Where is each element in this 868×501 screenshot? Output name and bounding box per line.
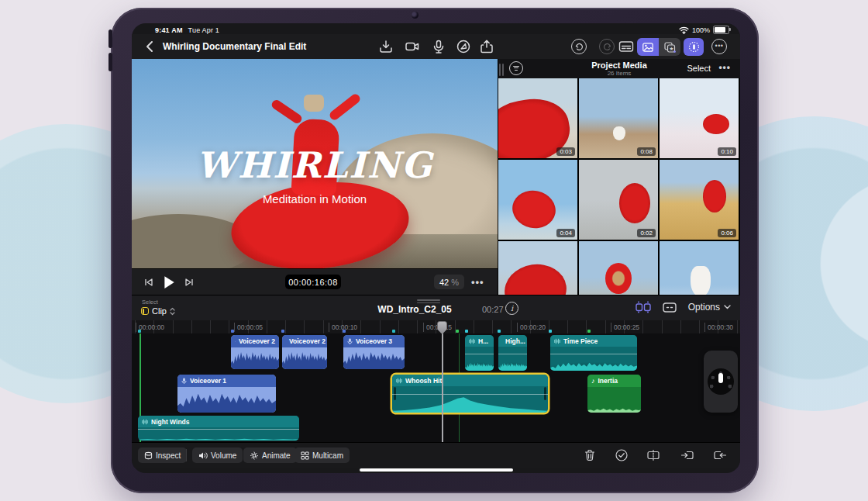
inspect-button[interactable]: Inspect (138, 447, 187, 463)
multicam-label: Multicam (312, 451, 343, 460)
microphone-icon[interactable] (431, 39, 446, 54)
action-bar-divider (186, 449, 187, 461)
split-clip-button[interactable] (646, 448, 660, 462)
mic-icon (347, 338, 353, 345)
waveform-icon (396, 378, 402, 384)
overwrite-clip-button[interactable] (713, 448, 727, 462)
pen-tool-icon[interactable] (456, 39, 471, 54)
undo-button[interactable] (571, 39, 587, 54)
timeline-clip-highlight2[interactable]: High... (498, 335, 527, 371)
app-screen: 9:41 AMTue Apr 1 100% Whirling Documenta… (132, 23, 740, 473)
timeline-clip-highlight1[interactable]: H... (465, 335, 494, 371)
multicam-button[interactable]: Multicam (294, 447, 350, 463)
magnetic-timeline-icon[interactable] (636, 301, 651, 313)
timeline-clip-night-winds[interactable]: Night Winds (138, 416, 299, 441)
trim-handle-left[interactable] (394, 387, 396, 401)
clip-tool-icon (141, 307, 149, 315)
animate-button[interactable]: Animate (243, 447, 297, 463)
clip-start-marker (392, 330, 395, 333)
project-title: Whirling Documentary Final Edit (163, 41, 306, 52)
media-thumbnail[interactable] (498, 241, 577, 295)
up-down-chevrons-icon (170, 307, 175, 316)
viewer-overlay-title: WHIRLING (132, 144, 498, 186)
music-note-icon: ♪ (591, 378, 595, 384)
clip-label: Voiceover 3 (356, 337, 392, 345)
battery-percent: 100% (692, 26, 710, 34)
skip-back-icon[interactable] (144, 278, 153, 287)
wifi-icon (679, 26, 689, 34)
timeline-clip-time-piece[interactable]: Time Piece (550, 335, 637, 371)
timeline-clip-voiceover1[interactable]: Voiceover 1 (177, 375, 276, 413)
timeline-ruler[interactable]: 00:00:00 00:00:05 00:00:10 00:00:15 00:0… (132, 320, 740, 334)
import-media-icon[interactable] (378, 39, 394, 54)
jog-wheel[interactable] (704, 351, 738, 413)
playhead-line[interactable] (442, 322, 443, 442)
media-thumbnail[interactable] (660, 241, 739, 295)
media-thumbnail[interactable]: 0:02 (579, 160, 658, 240)
share-icon[interactable] (479, 39, 494, 54)
media-thumbnail[interactable] (579, 241, 658, 295)
media-thumbnail[interactable]: 0:10 (660, 78, 739, 158)
media-panel-header: Project Media 26 Items Select ••• (498, 59, 740, 78)
ruler-tick-label: 00:00:05 (234, 323, 263, 332)
approve-button[interactable] (615, 448, 629, 462)
volume-button[interactable]: Volume (192, 447, 243, 463)
timeline-clip-whoosh-hit-selected[interactable]: Whoosh Hit (392, 375, 548, 413)
insert-clip-button[interactable] (680, 448, 694, 462)
zoom-level-control[interactable]: 42 % (434, 275, 464, 289)
delete-button[interactable] (583, 448, 597, 462)
timeline-clip-inertia[interactable]: ♪Inertia (587, 375, 641, 413)
redo-icon (603, 43, 611, 51)
clip-start-marker (343, 330, 346, 333)
clip-tool-selector[interactable]: Clip (141, 306, 175, 316)
clip-info-button[interactable]: i (505, 302, 518, 315)
ruler-tick-label: 00:00:30 (704, 323, 733, 332)
jog-dial[interactable] (708, 368, 734, 395)
media-thumbnail[interactable]: 0:03 (498, 78, 577, 158)
video-viewer[interactable]: WHIRLING Meditation in Motion (132, 59, 498, 268)
redo-button[interactable] (599, 39, 615, 54)
viewer-more-button[interactable]: ••• (471, 276, 484, 288)
select-button[interactable]: Select (687, 64, 711, 73)
mode-label: Select (142, 299, 158, 306)
timeline-clip-voiceover2a[interactable]: Voiceover 2 (231, 335, 279, 369)
titles-icon[interactable] (618, 39, 634, 54)
trim-handle-right[interactable] (544, 387, 546, 401)
ipad-device-frame: 9:41 AMTue Apr 1 100% Whirling Documenta… (111, 8, 759, 493)
skip-forward-icon[interactable] (184, 278, 194, 287)
camera-record-icon[interactable] (405, 39, 420, 54)
viewer-dancer-arm-right (328, 92, 362, 122)
ruler-tick-label: 00:00:25 (611, 323, 639, 332)
clip-duration-badge: 0:08 (637, 147, 656, 156)
options-button[interactable]: Options (688, 302, 731, 313)
connect-clip-icon[interactable] (662, 301, 677, 313)
home-indicator[interactable] (360, 468, 513, 472)
clip-tool-label: Clip (152, 306, 167, 316)
ellipsis-icon: ••• (715, 42, 724, 50)
mic-icon (181, 378, 187, 385)
media-thumbnail[interactable]: 0:06 (660, 160, 739, 240)
clip-duration-badge: 0:10 (718, 147, 736, 156)
clip-duration-badge: 0:06 (718, 229, 736, 237)
clip-label: Voiceover 2 (289, 337, 326, 345)
timecode-display: 00:00:16:08 (285, 275, 341, 289)
media-thumbnail[interactable]: 0:08 (579, 78, 658, 158)
timeline-clip-voiceover3[interactable]: Voiceover 3 (343, 335, 405, 369)
media-more-button[interactable]: ••• (718, 62, 731, 73)
play-button[interactable] (163, 275, 175, 289)
speaker-icon (198, 451, 208, 460)
viewer-dancer-arm-left (270, 98, 303, 126)
media-browser-button[interactable] (637, 38, 659, 56)
clip-duration-badge: 0:03 (556, 147, 575, 156)
more-button[interactable]: ••• (711, 39, 727, 54)
effects-browser-button[interactable]: ★ (659, 38, 680, 56)
clip-start-marker (456, 330, 459, 333)
animate-label: Animate (262, 451, 291, 460)
timeline-clip-voiceover2b[interactable]: Voiceover 2 (282, 335, 327, 369)
back-chevron-button[interactable] (143, 39, 158, 54)
jog-dial-pointer (718, 373, 723, 383)
effects-icon: ★ (664, 42, 676, 53)
clip-start-marker (587, 330, 591, 333)
media-thumbnail[interactable]: 0:04 (498, 160, 577, 240)
jog-wheel-toggle-button[interactable] (684, 38, 704, 56)
